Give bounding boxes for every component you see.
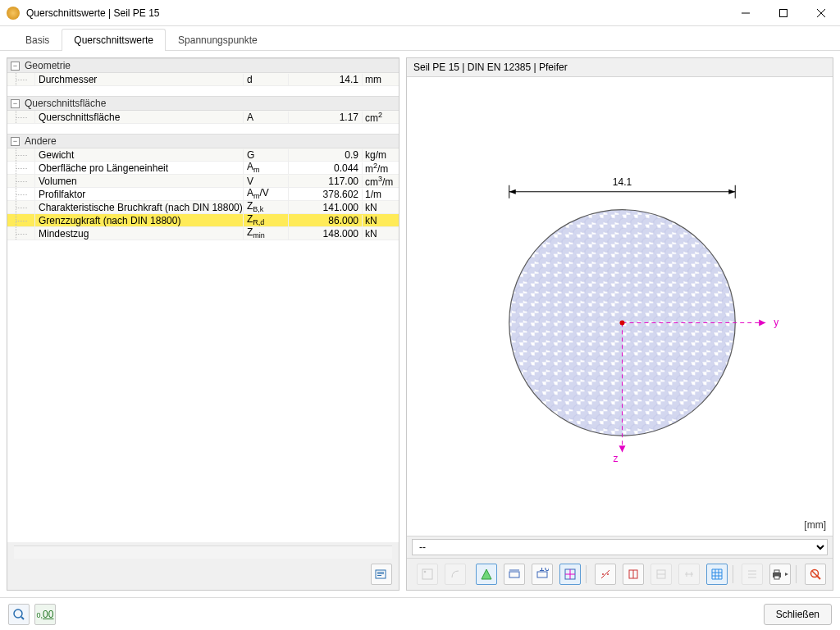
units-button[interactable]: 0,00 — [34, 604, 56, 625]
tree-branch-icon — [7, 201, 35, 213]
show-weld-button[interactable] — [678, 564, 700, 585]
tab-querschnittswerte[interactable]: Querschnittswerte — [62, 29, 166, 51]
prop-unit: m2/m — [363, 162, 399, 175]
axis-y-arrow-icon — [759, 319, 765, 326]
prop-label: Grenzzugkraft (nach DIN 18800) — [35, 215, 243, 226]
tree-branch-icon — [7, 188, 35, 200]
svg-rect-15 — [422, 569, 432, 579]
table-row[interactable]: Querschnittsfläche A 1.17 cm2 — [7, 111, 399, 124]
prop-label: Volumen — [35, 176, 243, 187]
section-title: Geometrie — [25, 60, 71, 71]
unit-tag: [mm] — [804, 519, 826, 531]
axis-z-arrow-icon — [619, 445, 626, 452]
stress-point-button[interactable] — [417, 564, 438, 585]
close-button[interactable]: Schließen — [764, 604, 832, 625]
prop-value: 148.000 — [289, 228, 363, 240]
svg-point-16 — [424, 571, 427, 573]
svg-rect-1 — [780, 9, 788, 16]
svg-point-27 — [607, 573, 609, 575]
svg-marker-41 — [785, 573, 788, 576]
prop-value: 0.044 — [289, 162, 363, 174]
show-stress-z-button[interactable] — [651, 564, 672, 585]
collapse-icon[interactable]: − — [11, 137, 20, 146]
tab-spannungspunkte[interactable]: Spannungspunkte — [166, 29, 270, 51]
tab-basis[interactable]: Basis — [13, 29, 62, 51]
window-controls — [727, 0, 840, 26]
section-header-querschnittsflaeche[interactable]: − Querschnittsfläche — [7, 96, 399, 111]
dialog-footer: 0,00 Schließen — [0, 597, 840, 630]
prop-value: 117.00 — [289, 176, 363, 187]
table-row[interactable]: Volumen V 117.00 cm3/m — [7, 175, 399, 188]
prop-label: Oberfläche pro Längeneinheit — [35, 162, 243, 174]
help-button[interactable] — [8, 604, 30, 625]
table-row[interactable]: Charakteristische Bruchkraft (nach DIN 1… — [7, 201, 399, 214]
toolbar-separator — [733, 565, 733, 583]
table-row[interactable]: Profilfaktor Am/V 378.602 1/m — [7, 188, 399, 201]
status-combo[interactable]: -- — [412, 539, 828, 555]
show-stress-y-button[interactable] — [623, 564, 644, 585]
app-icon — [7, 7, 20, 20]
svg-rect-6 — [377, 573, 384, 574]
prop-value: 141.000 — [289, 202, 363, 213]
table-row[interactable]: Durchmesser d 14.1 mm — [7, 73, 399, 86]
horizontal-scrollbar[interactable] — [14, 546, 392, 559]
tree-branch-icon — [7, 148, 35, 161]
collapse-icon[interactable]: − — [11, 62, 20, 71]
tree-branch-icon — [7, 162, 35, 174]
show-shear-button[interactable] — [595, 564, 616, 585]
collapse-icon[interactable]: − — [11, 99, 20, 108]
show-section-button[interactable] — [476, 564, 497, 585]
preview-viewport[interactable]: 14.1 y z [mm] — [407, 77, 833, 536]
table-row[interactable]: Mindestzug Zmin 148.000 kN — [7, 227, 399, 240]
show-grid-button[interactable] — [706, 564, 728, 585]
prop-value: 378.602 — [289, 189, 363, 200]
prop-symbol: Am/V — [243, 187, 289, 200]
show-values-button[interactable]: 100 — [532, 564, 553, 585]
svg-rect-5 — [377, 572, 384, 573]
table-row[interactable]: Gewicht G 0.9 kg/m — [7, 148, 399, 162]
tree-branch-icon — [7, 175, 35, 187]
prop-symbol: G — [243, 149, 289, 161]
section-header-andere[interactable]: − Andere — [7, 134, 399, 148]
axis-z-label: z — [614, 453, 619, 464]
prop-unit: kN — [363, 202, 399, 213]
tab-bar: Basis Querschnittswerte Spannungspunkte — [0, 26, 840, 51]
window-title: Querschnittswerte | Seil PE 15 — [26, 7, 727, 19]
svg-rect-18 — [509, 572, 519, 578]
export-button[interactable] — [371, 564, 392, 585]
table-row[interactable]: Oberfläche pro Längeneinheit Am 0.044 m2… — [7, 162, 399, 175]
list-view-button[interactable] — [742, 564, 763, 585]
preview-statusbar: -- — [407, 536, 833, 558]
prop-label: Profilfaktor — [35, 189, 243, 200]
minimize-button[interactable] — [727, 0, 765, 26]
prop-symbol: V — [243, 176, 289, 187]
prop-value: 1.17 — [289, 112, 363, 123]
table-row-selected[interactable]: Grenzzugkraft (nach DIN 18800) ZR,d 86.0… — [7, 214, 399, 227]
prop-unit: cm3/m — [363, 175, 399, 188]
show-axes-button[interactable] — [559, 564, 581, 585]
tree-branch-icon — [7, 73, 35, 85]
prop-unit: 1/m — [363, 189, 399, 200]
prop-label: Mindestzug — [35, 228, 243, 240]
prop-unit: kN — [363, 228, 399, 240]
maximize-button[interactable] — [765, 0, 802, 26]
prop-unit: cm2 — [363, 111, 399, 124]
print-button[interactable] — [769, 564, 791, 585]
svg-marker-17 — [482, 569, 491, 579]
prop-value: 0.9 — [289, 149, 363, 161]
prop-value: 14.1 — [289, 74, 363, 85]
svg-rect-7 — [377, 575, 381, 576]
section-header-geometrie[interactable]: − Geometrie — [7, 58, 399, 73]
properties-grid[interactable]: − Geometrie Durchmesser d 14.1 mm − Quer… — [7, 58, 399, 542]
svg-line-44 — [812, 571, 817, 576]
close-window-button[interactable] — [802, 0, 840, 26]
extension-button[interactable] — [445, 564, 466, 585]
prop-symbol: A — [243, 112, 289, 123]
svg-marker-14 — [728, 189, 735, 194]
svg-rect-39 — [774, 570, 779, 573]
toolbar-separator — [796, 565, 797, 583]
show-dimensions-button[interactable] — [504, 564, 525, 585]
reset-view-button[interactable] — [805, 564, 826, 585]
prop-symbol: Am — [243, 161, 289, 174]
properties-pane: − Geometrie Durchmesser d 14.1 mm − Quer… — [7, 57, 399, 591]
